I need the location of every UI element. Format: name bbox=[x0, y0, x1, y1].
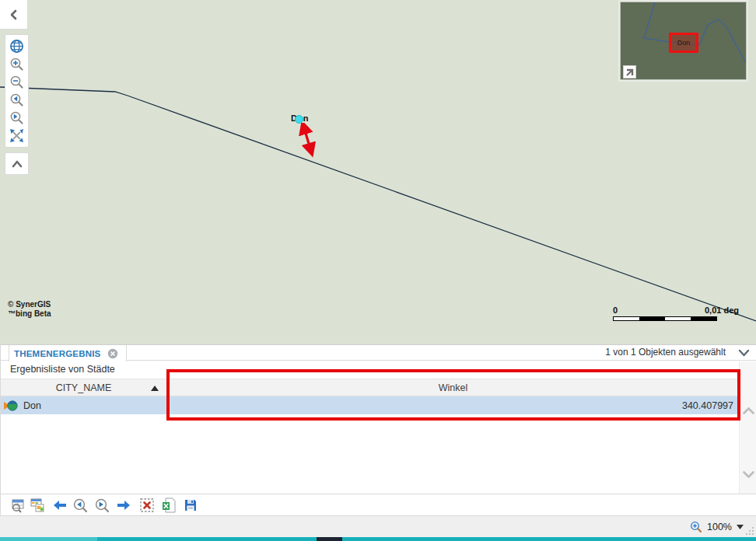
results-panel: THEMENERGEBNIS 1 von 1 Objekten ausgewäh… bbox=[0, 344, 756, 494]
globe-icon bbox=[9, 39, 24, 54]
tab-themenergebnis[interactable]: THEMENERGEBNIS bbox=[9, 345, 127, 361]
clear-selection-icon bbox=[139, 497, 155, 513]
excel-export-button[interactable] bbox=[159, 496, 178, 515]
scalebar-end-label: 0,01 deg bbox=[705, 305, 739, 316]
chevron-up-icon bbox=[10, 158, 24, 170]
winkel-header-label: Winkel bbox=[439, 382, 468, 393]
table-row[interactable]: Don 340.407997 bbox=[1, 396, 739, 414]
scroll-down-icon[interactable] bbox=[742, 470, 755, 479]
previous-extent-button[interactable] bbox=[5, 91, 28, 109]
selection-status: 1 von 1 Objekten ausgewählt bbox=[605, 347, 726, 358]
scroll-up-icon[interactable] bbox=[742, 407, 755, 415]
toolbar-collapse-container bbox=[5, 152, 29, 175]
tab-label: THEMENERGEBNIS bbox=[14, 349, 100, 358]
previous-extent-icon bbox=[9, 92, 24, 107]
scalebar: 0 0,01 deg bbox=[613, 305, 739, 321]
taskbar-light-segment bbox=[0, 537, 97, 541]
zoom-out-button[interactable] bbox=[5, 73, 28, 91]
gis-application: Don bbox=[0, 0, 756, 541]
results-table: CITY_NAME Winkel Don bbox=[1, 379, 739, 414]
column-header-city-name[interactable]: CITY_NAME bbox=[1, 379, 166, 396]
next-record-button[interactable] bbox=[114, 496, 133, 515]
close-tab-icon[interactable] bbox=[107, 348, 118, 359]
arrow-right-icon bbox=[116, 497, 131, 513]
zoom-out-icon bbox=[9, 75, 24, 89]
table-magnifier-icon bbox=[10, 497, 26, 514]
panel-collapse-button[interactable] bbox=[735, 347, 752, 359]
next-extent-button[interactable] bbox=[5, 109, 28, 127]
table-with-image-icon bbox=[29, 497, 45, 514]
zoom-next-record-button[interactable] bbox=[93, 496, 111, 515]
table-toolbar bbox=[0, 494, 756, 515]
zoom-level-value: 100% bbox=[707, 522, 732, 532]
scalebar-start-label: 0 bbox=[613, 305, 618, 316]
results-tabbar: THEMENERGEBNIS 1 von 1 Objekten ausgewäh… bbox=[1, 345, 756, 361]
save-icon bbox=[183, 497, 198, 513]
attribution-synergis: © SynerGIS bbox=[8, 300, 51, 309]
table-graphic-button[interactable] bbox=[27, 496, 46, 515]
magnifier-left-icon bbox=[72, 497, 89, 514]
clear-selection-button[interactable] bbox=[138, 496, 156, 515]
open-table-button[interactable] bbox=[9, 496, 27, 515]
angle-arrow-icon bbox=[292, 123, 324, 163]
zoom-previous-record-button[interactable] bbox=[71, 496, 89, 515]
status-bar: 100% bbox=[0, 515, 756, 537]
save-button[interactable] bbox=[181, 496, 200, 515]
cell-winkel: 340.407997 bbox=[166, 400, 739, 411]
minimap-extent-rectangle: Don bbox=[669, 33, 698, 53]
full-extent-button[interactable] bbox=[5, 127, 28, 145]
feature-result-icon bbox=[4, 399, 18, 413]
map-canvas[interactable]: Don bbox=[0, 0, 756, 344]
city-name-header-label: CITY_NAME bbox=[56, 382, 112, 393]
full-world-button[interactable] bbox=[5, 37, 28, 55]
next-extent-icon bbox=[9, 110, 24, 125]
resize-grip[interactable] bbox=[746, 527, 754, 536]
chevron-down-icon bbox=[737, 348, 751, 358]
chevron-left-icon bbox=[8, 9, 20, 21]
excel-export-icon bbox=[161, 497, 177, 513]
taskbar-edge bbox=[0, 537, 756, 541]
table-scrollbar bbox=[739, 361, 756, 494]
arrow-left-icon bbox=[52, 497, 68, 513]
attribution-bing: ™bing Beta bbox=[8, 309, 51, 319]
zoom-in-icon bbox=[9, 57, 24, 72]
scalebar-bar bbox=[613, 316, 717, 321]
map-attribution: © SynerGIS ™bing Beta bbox=[8, 300, 51, 319]
full-extent-icon bbox=[9, 128, 24, 143]
map-navigation-toolbar bbox=[5, 34, 29, 148]
result-list-subtitle: Ergebnisliste von Städte bbox=[10, 364, 115, 375]
table-header-row: CITY_NAME Winkel bbox=[1, 379, 739, 396]
minimap-collapse-button[interactable] bbox=[623, 65, 636, 79]
status-zoom-icon bbox=[690, 521, 702, 533]
overview-minimap[interactable]: Don bbox=[620, 2, 747, 80]
collapse-toolbar-button[interactable] bbox=[5, 155, 28, 173]
zoom-in-button[interactable] bbox=[5, 55, 28, 73]
cell-city-name: Don bbox=[23, 400, 41, 411]
zoom-level-control[interactable]: 100% bbox=[690, 519, 744, 535]
taskbar-dark-segment bbox=[317, 537, 342, 541]
corner-arrow-icon bbox=[625, 67, 635, 77]
column-header-winkel[interactable]: Winkel bbox=[166, 379, 739, 396]
zoom-caret-icon bbox=[737, 525, 744, 529]
minimap-feature-label: Don bbox=[677, 39, 691, 47]
collapse-sidebar-button[interactable] bbox=[0, 0, 28, 30]
sort-ascending-icon bbox=[151, 386, 159, 391]
magnifier-right-icon bbox=[94, 497, 110, 514]
previous-record-button[interactable] bbox=[51, 496, 69, 515]
